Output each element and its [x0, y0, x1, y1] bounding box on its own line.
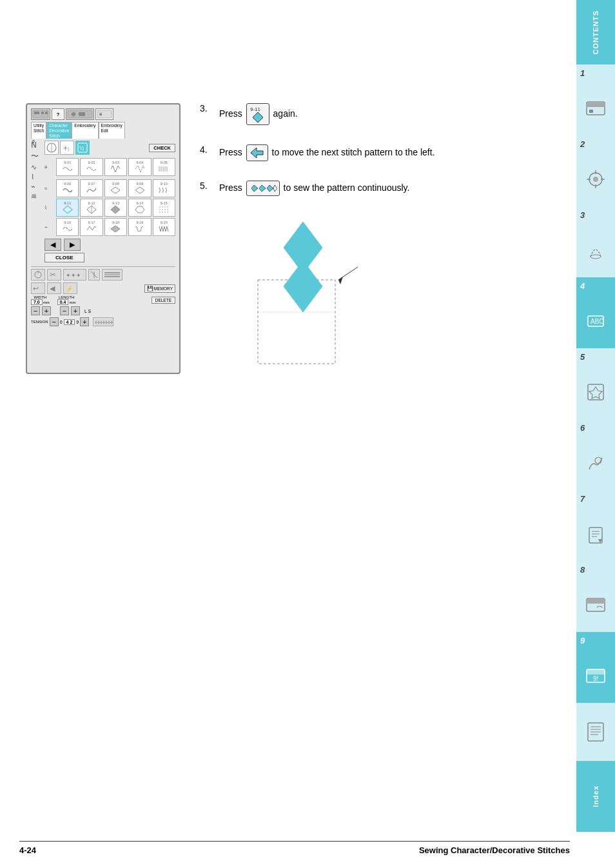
- svg-text:↩: ↩: [33, 284, 39, 292]
- delete-button[interactable]: DELETE: [151, 297, 175, 304]
- page-title: Sewing Character/Decorative Stitches: [419, 845, 570, 855]
- sidebar-tab-index[interactable]: Index: [576, 761, 615, 832]
- stitch-9-03[interactable]: 9-03: [104, 158, 127, 176]
- panel-tab-edit[interactable]: EmbroideryEdit: [99, 122, 125, 139]
- stitch-9-16[interactable]: 9-16: [56, 218, 79, 236]
- svg-rect-2: [589, 110, 593, 113]
- row-icon-3: ⌇: [44, 205, 55, 211]
- stitch-9-01[interactable]: 9-01: [56, 158, 79, 176]
- sidebar-tab-2[interactable]: 2: [576, 135, 615, 206]
- panel-question-btn[interactable]: ?: [52, 108, 64, 120]
- func-icon-back[interactable]: ◀: [47, 282, 61, 294]
- step3-icon[interactable]: 9-11: [246, 103, 269, 125]
- tab5-icon: [584, 380, 607, 404]
- stitch-icon-circle[interactable]: [44, 141, 59, 155]
- stitch-9-06[interactable]: 9-06: [56, 179, 79, 197]
- func-icon-reverse[interactable]: ↩: [31, 282, 45, 294]
- step4-icon[interactable]: [246, 144, 268, 161]
- tab6-number: 6: [580, 423, 585, 433]
- panel-tab-character[interactable]: CharacterDecorativeStitch: [46, 122, 72, 139]
- row-icon-4: ⌁: [44, 224, 55, 230]
- panel-tab-embroidery[interactable]: Embroidery: [72, 122, 98, 139]
- length-value: 0.4: [57, 299, 69, 305]
- sidebar-tab-5[interactable]: 5: [576, 348, 615, 419]
- tension-value: 4 2: [64, 319, 75, 325]
- memory-button[interactable]: 💾MEMORY: [144, 284, 175, 293]
- func-icon-5[interactable]: [102, 269, 122, 281]
- panel-tab-utility[interactable]: UtilityStitch: [31, 122, 46, 139]
- stitch-icon-active[interactable]: ½: [75, 141, 90, 155]
- panel-stitch-selector[interactable]: ≡: [95, 108, 113, 120]
- stitch-9-04[interactable]: 9-04: [128, 158, 151, 176]
- stitch-9-07[interactable]: 9-07: [80, 179, 102, 197]
- stitch-9-17[interactable]: 9-17: [80, 218, 102, 236]
- nav-left-btn[interactable]: ◀: [44, 239, 61, 251]
- panel-adjust-icon: [66, 108, 94, 120]
- step5-text: Press to sew the pattern continuously.: [219, 181, 409, 196]
- tab7-number: 7: [580, 494, 585, 504]
- stitch-9-19[interactable]: 9-19: [128, 218, 151, 236]
- svg-text:↕: ↕: [67, 146, 70, 152]
- stitch-9-08[interactable]: 9-08: [104, 179, 127, 197]
- svg-marker-45: [63, 206, 72, 213]
- pattern-illustration: [239, 215, 563, 379]
- sidebar-tab-9[interactable]: 9 9!: [576, 632, 615, 703]
- stitch-9-14[interactable]: 9-14: [128, 199, 151, 217]
- stitch-9-18[interactable]: 9-18: [104, 218, 127, 236]
- stitch-9-13[interactable]: 9-13: [104, 199, 127, 217]
- length-plus-btn[interactable]: +: [71, 306, 80, 315]
- tab2-icon: [584, 168, 607, 191]
- stitch-9-15[interactable]: 9-15: [153, 199, 175, 217]
- width-plus-btn[interactable]: +: [42, 306, 51, 315]
- sidebar-tab-contents[interactable]: CONTENTS: [576, 0, 615, 64]
- nav-right-btn[interactable]: ▶: [64, 239, 81, 251]
- stitch-icon-plus[interactable]: +↕: [60, 141, 74, 155]
- func-icon-2[interactable]: ✂: [47, 269, 61, 281]
- stitch-9-09[interactable]: 9-09: [128, 179, 151, 197]
- func-icon-pattern-repeat[interactable]: ✦✦✦: [63, 269, 86, 281]
- stitch-9-11[interactable]: 9-11: [56, 199, 79, 217]
- stitch-9-10[interactable]: 9-10: [153, 179, 175, 197]
- step4-number: 4.: [200, 144, 213, 155]
- tension-minus-btn[interactable]: −: [50, 317, 59, 326]
- svg-text:⚡: ⚡: [66, 285, 73, 293]
- tab4-number: 4: [580, 281, 585, 291]
- sidebar-tab-1[interactable]: 1: [576, 64, 615, 135]
- svg-text:9-11: 9-11: [250, 106, 261, 112]
- step-4: 4. Press to move the next stitch pattern…: [200, 144, 563, 161]
- sidebar-tab-7[interactable]: 7: [576, 490, 615, 561]
- func-icon-1[interactable]: [31, 269, 45, 281]
- stitch-9-12[interactable]: 9-12: [80, 199, 102, 217]
- width-value: 7.0: [31, 299, 43, 305]
- row-icon-2: ≈: [44, 186, 55, 192]
- notes-icon: [584, 720, 607, 744]
- sidebar-tab-8[interactable]: 8: [576, 561, 615, 632]
- stitch-9-20[interactable]: 9-20: [153, 218, 175, 236]
- stitch-9-02[interactable]: 9-02: [80, 158, 102, 176]
- svg-marker-79: [284, 261, 322, 312]
- sidebar-tab-notes[interactable]: [576, 703, 615, 761]
- tab1-icon: [584, 97, 607, 120]
- left-icon-dense: ≋: [31, 192, 43, 201]
- check-button[interactable]: CHECK: [149, 144, 175, 152]
- panel-tabs: UtilityStitch CharacterDecorativeStitch …: [31, 122, 175, 139]
- step5-icon[interactable]: [246, 181, 280, 196]
- tab1-number: 1: [580, 68, 585, 78]
- svg-marker-74: [259, 185, 266, 192]
- tab9-icon: 9!: [584, 664, 607, 687]
- length-minus-btn[interactable]: −: [60, 306, 69, 315]
- func-icon-stitch-adj[interactable]: ⚡: [63, 282, 77, 294]
- width-minus-btn[interactable]: −: [31, 306, 40, 315]
- sidebar-tab-4[interactable]: 4 ABC: [576, 277, 615, 348]
- close-button[interactable]: CLOSE: [44, 253, 84, 262]
- func-icon-4[interactable]: [88, 269, 100, 281]
- sidebar-tab-6[interactable]: 6: [576, 419, 615, 490]
- sidebar-tab-3[interactable]: 3: [576, 206, 615, 277]
- svg-marker-81: [338, 277, 343, 284]
- stitch-9-05[interactable]: 9-05: [153, 158, 175, 176]
- contents-label: CONTENTS: [592, 10, 600, 55]
- tension-bar: [93, 317, 113, 326]
- left-icon-wave3: ⌇: [31, 173, 43, 181]
- svg-text:9!: 9!: [593, 675, 598, 682]
- tension-plus-btn[interactable]: +: [80, 317, 89, 326]
